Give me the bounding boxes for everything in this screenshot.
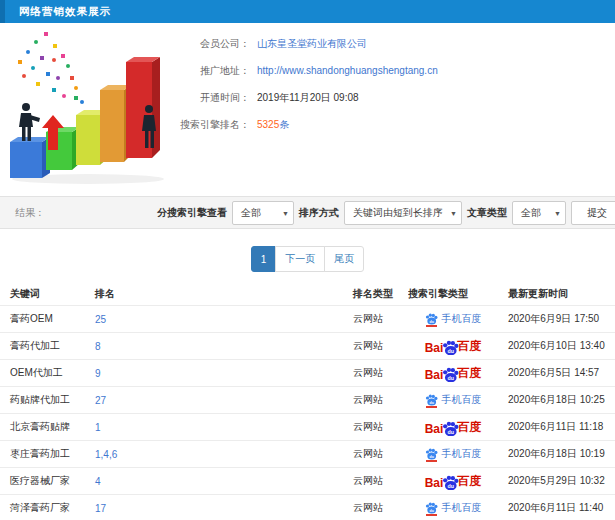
rank-type-cell: 云网站 [343, 393, 408, 407]
table-row: 菏泽膏药厂家 17 云网站 du 手机百度 2020年6月11日 11:40 [0, 494, 615, 520]
rank-type-cell: 云网站 [343, 447, 408, 461]
engine-filter-value: 全部 [241, 206, 261, 220]
info-row-company: 会员公司： 山东皇圣堂药业有限公司 [178, 30, 610, 57]
table-row: 医疗器械厂家 4 云网站 Bai du 百度 2020年5月29日 10:32 [0, 467, 615, 494]
result-label: 结果： [15, 206, 45, 220]
header-updated: 最新更新时间 [498, 287, 615, 301]
table-row: 膏药OEM 25 云网站 du 手机百度 2020年6月9日 17:50 [0, 305, 615, 332]
baidu-cn-text: 百度 [457, 473, 481, 490]
account-info: 会员公司： 山东皇圣堂药业有限公司 推广地址： http://www.shand… [178, 30, 610, 138]
baidu-bai-text: Bai [425, 341, 444, 355]
company-label: 会员公司： [178, 37, 250, 51]
keyword-cell: 菏泽膏药厂家 [0, 501, 85, 515]
keyword-cell: 枣庄膏药加工 [0, 447, 85, 461]
baidu-bai-text: Bai [425, 422, 444, 436]
growth-chart-illustration [6, 30, 178, 186]
rank-link[interactable]: 9 [85, 368, 343, 379]
rank-type-cell: 云网站 [343, 366, 408, 380]
header-rank-type: 排名类型 [343, 287, 408, 301]
rank-link[interactable]: 1,4,6 [85, 449, 343, 460]
rank-link[interactable]: 8 [85, 341, 343, 352]
sort-value: 关键词由短到长排序 [353, 206, 443, 220]
updated-cell: 2020年6月10日 13:40 [498, 339, 615, 353]
open-time-value: 2019年11月20日 09:08 [257, 91, 359, 105]
businessman-left [19, 103, 40, 141]
mobile-baidu-logo: du 手机百度 [425, 447, 482, 461]
page-title: 网络营销效果展示 [19, 5, 111, 19]
baidu-paw-icon: du [425, 448, 438, 460]
engine-filter-select[interactable]: 全部 ▼ [232, 201, 294, 225]
rank-type-cell: 云网站 [343, 474, 408, 488]
engine-cell: Bai du 百度 [408, 365, 498, 382]
baidu-cn-text: 百度 [457, 419, 481, 436]
marketing-report-page: 网络营销效果展示 [0, 0, 615, 520]
mobile-baidu-label: 手机百度 [442, 312, 482, 326]
keyword-cell: 膏药代加工 [0, 339, 85, 353]
company-link[interactable]: 山东皇圣堂药业有限公司 [257, 37, 367, 51]
sort-select[interactable]: 关键词由短到长排序 ▼ [344, 201, 462, 225]
keyword-rank-table: 关键词 排名 排名类型 搜索引擎类型 最新更新时间 膏药OEM 25 云网站 d… [0, 282, 615, 520]
engine-cell: du 手机百度 [408, 312, 498, 327]
header-engine-type: 搜索引擎类型 [408, 287, 498, 301]
baidu-paw-icon: du [425, 502, 438, 514]
page-1-button[interactable]: 1 [251, 246, 277, 272]
rank-link[interactable]: 25 [85, 314, 343, 325]
svg-text:du: du [448, 347, 454, 353]
table-row: 枣庄膏药加工 1,4,6 云网站 du 手机百度 2020年6月18日 10:1… [0, 440, 615, 467]
svg-text:du: du [429, 454, 433, 458]
mobile-baidu-logo: du 手机百度 [425, 312, 482, 326]
baidu-paw-icon: du [425, 394, 438, 406]
mobile-baidu-logo: du 手机百度 [425, 501, 482, 515]
chevron-down-icon: ▼ [282, 209, 289, 216]
rank-link[interactable]: 4 [85, 476, 343, 487]
rank-link[interactable]: 27 [85, 395, 343, 406]
engine-cell: du 手机百度 [408, 393, 498, 408]
bar-chart-3d-image [6, 30, 178, 186]
info-row-rank-count: 搜索引擎排名： 5325 条 [178, 111, 610, 138]
rank-count-value: 5325 [257, 119, 279, 130]
engine-cell: Bai du 百度 [408, 338, 498, 355]
submit-button[interactable]: 提交 [571, 201, 615, 225]
article-type-select[interactable]: 全部 ▼ [512, 201, 566, 225]
promo-url-link[interactable]: http://www.shandonghuangshengtang.cn [257, 65, 438, 76]
updated-cell: 2020年6月9日 17:50 [498, 312, 615, 326]
rank-type-cell: 云网站 [343, 501, 408, 515]
keyword-cell: 膏药OEM [0, 312, 85, 326]
baidu-bai-text: Bai [425, 368, 444, 382]
table-body: 膏药OEM 25 云网站 du 手机百度 2020年6月9日 17:50 膏药代… [0, 305, 615, 520]
keyword-cell: OEM代加工 [0, 366, 85, 380]
header-keyword: 关键词 [0, 287, 85, 301]
table-header-row: 关键词 排名 排名类型 搜索引擎类型 最新更新时间 [0, 282, 615, 305]
info-row-open-time: 开通时间： 2019年11月20日 09:08 [178, 84, 610, 111]
svg-text:du: du [448, 428, 454, 434]
baidu-logo: Bai du 百度 [425, 338, 482, 355]
promo-url-label: 推广地址： [178, 64, 250, 78]
rank-count-label: 搜索引擎排名： [178, 118, 250, 132]
next-page-button[interactable]: 下一页 [275, 246, 325, 272]
updated-cell: 2020年6月5日 14:57 [498, 366, 615, 380]
pagination: 1 下一页 尾页 [0, 246, 615, 272]
svg-text:du: du [429, 508, 433, 512]
table-row: OEM代加工 9 云网站 Bai du 百度 2020年6月5日 14:57 [0, 359, 615, 386]
article-type-value: 全部 [521, 206, 541, 220]
engine-cell: Bai du 百度 [408, 473, 498, 490]
filter-controls: 分搜索引擎查看 全部 ▼ 排序方式 关键词由短到长排序 ▼ 文章类型 全部 ▼ … [157, 201, 615, 225]
mobile-baidu-label: 手机百度 [442, 447, 482, 461]
baidu-logo: Bai du 百度 [425, 473, 482, 490]
rank-type-cell: 云网站 [343, 339, 408, 353]
table-row: 膏药代加工 8 云网站 Bai du 百度 2020年6月10日 13:40 [0, 332, 615, 359]
engine-cell: Bai du 百度 [408, 419, 498, 436]
rank-link[interactable]: 17 [85, 503, 343, 514]
svg-text:du: du [448, 482, 454, 488]
open-time-label: 开通时间： [178, 91, 250, 105]
baidu-logo: Bai du 百度 [425, 419, 482, 436]
table-row: 药贴牌代加工 27 云网站 du 手机百度 2020年6月18日 10:25 [0, 386, 615, 413]
table-row: 北京膏药贴牌 1 云网站 Bai du 百度 2020年6月11日 11:18 [0, 413, 615, 440]
rank-count-unit: 条 [279, 118, 289, 132]
title-bar: 网络营销效果展示 [0, 0, 615, 23]
svg-text:du: du [429, 400, 433, 404]
rank-link[interactable]: 1 [85, 422, 343, 433]
last-page-button[interactable]: 尾页 [324, 246, 364, 272]
article-type-label: 文章类型 [467, 206, 507, 220]
updated-cell: 2020年6月11日 11:18 [498, 420, 615, 434]
